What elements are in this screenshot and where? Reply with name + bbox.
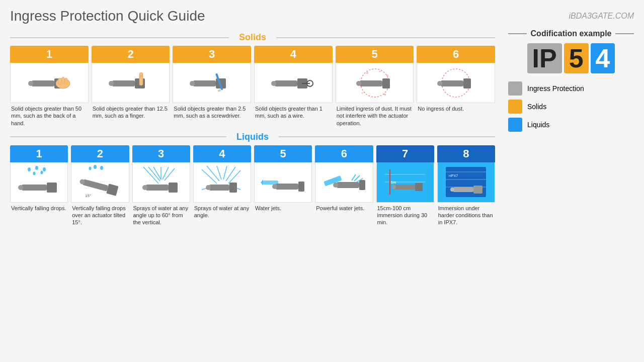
solid-card-3: 3 Solid objects greater than 2.5 mm, suc… [173, 46, 251, 129]
liquid-1-image [10, 162, 68, 203]
liquid-4-icon [199, 164, 245, 200]
svg-line-62 [223, 166, 227, 179]
liquid-7-header: 7 [376, 145, 434, 162]
solid-5-header: 5 [336, 46, 414, 63]
liquids-label: Liquids [226, 132, 279, 142]
liquid-1-desc: Vertically falling drops. [10, 203, 68, 214]
liquids-divider: Liquids [10, 132, 495, 142]
svg-rect-16 [218, 89, 221, 92]
watermark: iBDA3GATE.COM [569, 12, 634, 21]
liquid-4-image [193, 162, 251, 203]
svg-rect-96 [473, 186, 482, 194]
svg-rect-57 [169, 183, 178, 193]
liquid-1-icon [17, 164, 62, 200]
solid-3-header: 3 [173, 46, 251, 63]
svg-point-2 [28, 81, 33, 86]
svg-rect-7 [112, 80, 135, 86]
svg-rect-17 [275, 80, 297, 86]
solid-4-header: 4 [254, 46, 333, 63]
svg-point-30 [384, 94, 386, 96]
solid-2-icon [108, 65, 153, 101]
solid-6-desc: No ingress of dust. [417, 103, 495, 114]
legend-label-liquids: Liquids [527, 121, 549, 129]
svg-line-64 [228, 170, 240, 184]
svg-rect-40 [22, 185, 47, 191]
solid-3-icon [189, 65, 234, 101]
svg-rect-0 [32, 80, 54, 86]
legend-color-gray [508, 81, 522, 96]
solid-6-header: 6 [417, 46, 495, 63]
ip-code-display: IP 5 4 [508, 43, 634, 73]
legend-color-orange [508, 100, 522, 114]
svg-point-14 [190, 81, 195, 86]
legend-item-ip: Ingress Protection [508, 81, 634, 96]
liquid-6-desc: Powerful water jets. [315, 203, 373, 214]
liquid-3-header: 3 [132, 145, 190, 162]
legend-item-liquids: Liquids [508, 118, 634, 132]
svg-line-63 [226, 167, 235, 181]
solids-label: Solids [229, 32, 276, 43]
solid-1-icon [27, 65, 72, 101]
svg-point-78 [333, 183, 338, 188]
codification-title: Codification example [508, 29, 634, 38]
liquid-6-icon [321, 164, 367, 200]
liquid-5-desc: Water jets. [254, 203, 312, 214]
liquid-8-image: >IPX7 [437, 162, 495, 203]
legend-item-solids: Solids [508, 100, 634, 114]
main-content: Solids 1 [10, 29, 634, 231]
svg-point-29 [361, 92, 363, 94]
svg-rect-32 [441, 80, 463, 86]
svg-point-58 [142, 185, 147, 190]
solid-6-icon [433, 65, 478, 101]
title-normal: Quick Guide [127, 8, 205, 24]
svg-text:>IPX7: >IPX7 [448, 174, 458, 177]
svg-rect-41 [47, 183, 57, 193]
svg-point-69 [206, 185, 211, 190]
liquid-card-6: 6 Powerful water jets. [315, 145, 373, 228]
liquid-2-desc: Vertically falling drops over an actuato… [71, 203, 129, 228]
svg-rect-5 [62, 77, 64, 84]
svg-rect-77 [359, 180, 365, 190]
liquid-4-header: 4 [193, 145, 251, 162]
svg-point-27 [379, 70, 380, 72]
liquid-7-image: 1m [376, 162, 434, 203]
solid-card-2: 2 Solid objects greater than 12.5 mm, su… [92, 46, 170, 129]
liquid-2-image: 15° [71, 162, 129, 203]
solid-card-1: 1 Solid objects greater than 50 mm, [10, 46, 89, 129]
svg-point-9 [109, 81, 114, 86]
liquid-6-header: 6 [315, 145, 373, 162]
svg-line-55 [165, 168, 175, 180]
liquid-6-image [315, 162, 373, 203]
liquid-card-4: 4 [193, 145, 251, 228]
svg-point-19 [271, 81, 276, 86]
svg-rect-46 [83, 179, 108, 192]
liquid-5-icon [261, 164, 306, 200]
solid-card-6: 6 No ingress of dust. [417, 46, 495, 129]
svg-rect-47 [106, 184, 118, 196]
solid-3-desc: Solid objects greater than 2.5 mm, such … [173, 103, 251, 122]
svg-point-36 [35, 166, 38, 170]
page-title: Ingress Protection Quick Guide [10, 8, 205, 24]
liquid-5-image [254, 162, 312, 203]
svg-rect-6 [65, 78, 67, 84]
svg-point-89 [392, 185, 396, 189]
svg-rect-70 [263, 180, 278, 185]
liquid-card-8: 8 >IPX7 Immersion under harder condition… [437, 145, 495, 228]
liquid-card-1: 1 Vertically falling d [10, 145, 68, 228]
svg-rect-68 [229, 183, 237, 193]
liquid-1-header: 1 [10, 145, 68, 162]
svg-point-97 [450, 188, 454, 192]
liquid-8-header: 8 [437, 145, 495, 162]
title-bold: Ingress Protection [10, 8, 124, 24]
liquid-card-7: 7 1m [376, 145, 434, 228]
svg-point-44 [100, 166, 103, 170]
liquid-8-desc: Immersion under harder conditions than i… [437, 203, 495, 228]
svg-point-26 [366, 72, 368, 74]
solid-1-image [10, 63, 89, 103]
solid-2-image [92, 63, 170, 103]
liquid-7-icon: 1m [382, 164, 428, 200]
liquid-5-header: 5 [254, 145, 312, 162]
ip-digit2: 4 [591, 43, 615, 73]
svg-rect-72 [276, 184, 298, 190]
left-section: Solids 1 [10, 29, 495, 231]
